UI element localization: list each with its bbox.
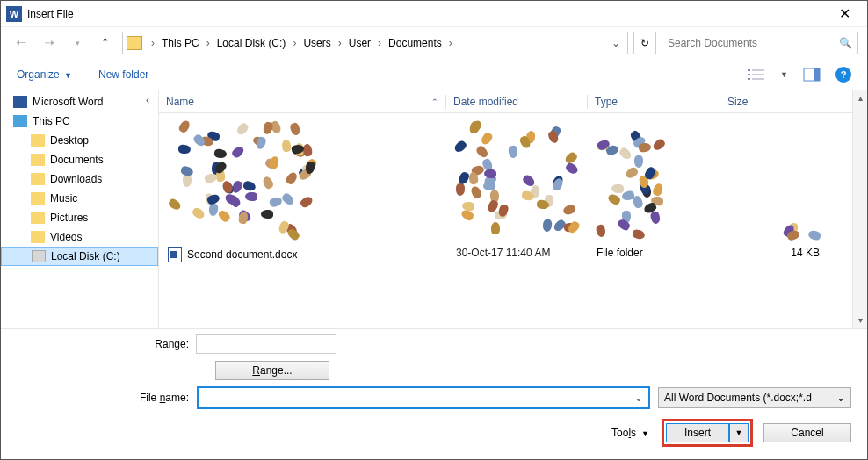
search-placeholder: Search Documents — [668, 37, 757, 49]
file-filter[interactable]: All Word Documents (*.docx;*.d ⌄ — [658, 387, 851, 408]
column-headers: Name⌃ Date modified Type Size — [159, 90, 852, 113]
search-input[interactable]: Search Documents 🔍 — [662, 32, 858, 54]
tools-button[interactable]: Tools▼ — [611, 427, 649, 439]
cancel-button[interactable]: Cancel — [763, 423, 851, 442]
help-icon[interactable]: ? — [835, 67, 851, 83]
svg-rect-2 — [748, 74, 750, 75]
app-word-icon: W — [6, 6, 22, 22]
svg-rect-0 — [748, 69, 750, 71]
svg-rect-7 — [814, 68, 820, 81]
back-icon[interactable]: 🠐 — [10, 32, 33, 54]
svg-rect-5 — [752, 78, 764, 80]
thumbnail-placeholder — [593, 120, 672, 241]
folder-icon — [31, 134, 45, 147]
breadcrumb-seg[interactable]: Documents — [385, 37, 445, 49]
range-input[interactable] — [196, 334, 336, 354]
tree-this-pc[interactable]: This PC — [1, 111, 158, 131]
svg-rect-1 — [752, 69, 764, 71]
close-icon[interactable]: ✕ — [827, 1, 862, 27]
col-date[interactable]: Date modified — [446, 96, 587, 108]
svg-rect-4 — [748, 78, 750, 80]
folder-icon — [31, 212, 45, 224]
tree-downloads[interactable]: Downloads — [1, 169, 158, 189]
breadcrumb-seg[interactable]: Local Disk (C:) — [213, 37, 290, 49]
chevron-right-icon[interactable]: › — [291, 37, 298, 49]
col-type[interactable]: Type — [588, 96, 720, 108]
word-icon — [13, 96, 27, 108]
tree-music[interactable]: Music — [1, 189, 158, 208]
recent-dropdown-icon[interactable]: ▾ — [66, 32, 89, 54]
view-mode-button[interactable] — [747, 66, 766, 83]
window-title: Insert File — [27, 8, 827, 20]
refresh-icon[interactable]: ↻ — [633, 32, 656, 54]
filename-input[interactable] — [199, 388, 629, 407]
col-name[interactable]: Name⌃ — [159, 96, 445, 108]
forward-icon: 🠒 — [38, 32, 61, 54]
file-type: File folder — [593, 247, 725, 259]
filename-combo[interactable]: ⌄ — [198, 387, 649, 408]
insert-split-icon[interactable]: ▼ — [729, 423, 749, 442]
insert-button[interactable]: Insert — [666, 423, 729, 442]
chevron-down-icon[interactable]: ⌄ — [836, 392, 845, 404]
scroll-up-icon[interactable]: ▴ — [853, 90, 867, 106]
filename-label: File name: — [17, 392, 189, 404]
folder-icon — [31, 173, 45, 185]
file-name: Second document.docx — [187, 248, 297, 261]
pc-icon — [13, 115, 27, 127]
view-dropdown-icon[interactable]: ▼ — [780, 70, 788, 79]
chevron-right-icon[interactable]: › — [149, 37, 156, 49]
organize-button[interactable]: Organize ▼ — [17, 68, 72, 81]
col-size[interactable]: Size — [720, 96, 819, 108]
file-size: 14 KB — [791, 247, 823, 259]
search-icon: 🔍 — [839, 37, 852, 49]
tree-word[interactable]: Microsoft Word — [1, 92, 158, 111]
svg-rect-3 — [752, 74, 764, 75]
chevron-down-icon[interactable]: ⌄ — [629, 392, 648, 404]
folder-icon — [127, 36, 142, 50]
thumbnail-placeholder — [452, 120, 584, 241]
up-icon[interactable]: 🠑 — [94, 32, 117, 54]
scrollbar[interactable]: ▴ ▾ — [852, 90, 867, 328]
preview-pane-button[interactable] — [802, 66, 821, 83]
tree-pictures[interactable]: Pictures — [1, 208, 158, 227]
chevron-right-icon[interactable]: › — [376, 37, 383, 49]
breadcrumb-seg[interactable]: Users — [300, 37, 334, 49]
disk-icon — [32, 250, 46, 262]
chevron-right-icon[interactable]: › — [336, 37, 344, 49]
new-folder-button[interactable]: New folder — [98, 68, 148, 81]
breadcrumb-seg[interactable]: This PC — [158, 37, 203, 49]
folder-icon — [31, 192, 45, 205]
file-date: 30-Oct-17 11:40 AM — [452, 247, 593, 259]
breadcrumb-seg[interactable]: User — [345, 37, 374, 49]
thumbnail-placeholder — [166, 120, 321, 241]
file-tile[interactable]: Second document.docx — [166, 120, 452, 321]
tree-documents[interactable]: Documents — [1, 150, 158, 169]
collapse-icon[interactable]: ‹ — [141, 94, 155, 106]
address-dropdown-icon[interactable]: ⌄ — [608, 37, 624, 49]
thumbnail-placeholder — [781, 224, 823, 241]
docx-icon — [168, 247, 182, 262]
range-label: Range: — [17, 338, 189, 350]
nav-tree: ‹ Microsoft Word This PC Desktop Documen… — [1, 90, 159, 328]
tree-desktop[interactable]: Desktop — [1, 131, 158, 150]
address-bar[interactable]: › This PC › Local Disk (C:) › Users › Us… — [122, 32, 628, 54]
tree-local-disk[interactable]: Local Disk (C:) — [1, 247, 158, 266]
insert-highlight: Insert ▼ — [662, 419, 753, 447]
chevron-right-icon[interactable]: › — [205, 37, 212, 49]
folder-icon — [31, 231, 45, 243]
chevron-right-icon[interactable]: › — [447, 37, 454, 49]
folder-icon — [31, 154, 45, 166]
tree-videos[interactable]: Videos — [1, 227, 158, 247]
range-button[interactable]: Range... — [215, 361, 329, 380]
scroll-down-icon[interactable]: ▾ — [853, 313, 867, 328]
